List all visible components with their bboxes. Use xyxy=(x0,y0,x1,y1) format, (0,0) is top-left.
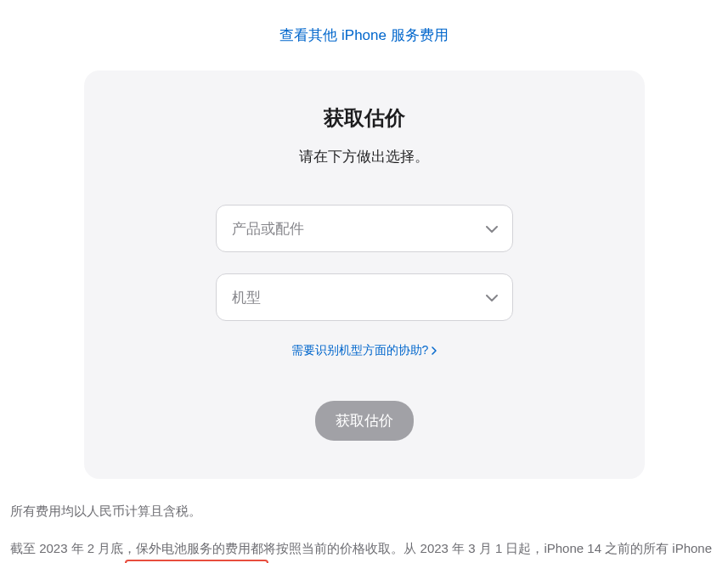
help-link-container: 需要识别机型方面的协助? xyxy=(110,342,619,358)
select-product-placeholder: 产品或配件 xyxy=(232,219,304,239)
button-container: 获取估价 xyxy=(110,401,619,441)
footer-price-note: 截至 2023 年 2 月底，保外电池服务的费用都将按照当前的价格收取。从 20… xyxy=(10,538,718,564)
top-link-container: 查看其他 iPhone 服务费用 xyxy=(0,0,728,70)
card-title: 获取估价 xyxy=(110,104,619,132)
get-estimate-button[interactable]: 获取估价 xyxy=(315,401,414,441)
select-product-wrap: 产品或配件 xyxy=(216,205,513,252)
select-model-wrap: 机型 xyxy=(216,273,513,321)
select-model-placeholder: 机型 xyxy=(232,288,261,307)
footer-price-highlight: 费用将增加 RMB 169。 xyxy=(125,560,268,563)
estimate-card: 获取估价 请在下方做出选择。 产品或配件 机型 需要识别机型方面的协助? 获取估… xyxy=(84,70,645,479)
footer-price-note-pre: 截至 2023 年 2 月底，保外电池服务的费用都将按照当前的价格收取。从 20… xyxy=(10,541,712,564)
footer-text: 所有费用均以人民币计算且含税。 截至 2023 年 2 月底，保外电池服务的费用… xyxy=(0,479,728,563)
card-subtitle: 请在下方做出选择。 xyxy=(110,147,619,166)
footer-currency-note: 所有费用均以人民币计算且含税。 xyxy=(10,500,718,522)
other-services-link[interactable]: 查看其他 iPhone 服务费用 xyxy=(279,27,448,43)
help-link-label: 需要识别机型方面的协助? xyxy=(291,343,429,358)
select-product[interactable]: 产品或配件 xyxy=(216,205,513,252)
select-model[interactable]: 机型 xyxy=(216,273,513,321)
chevron-right-icon xyxy=(432,344,437,358)
identify-model-help-link[interactable]: 需要识别机型方面的协助? xyxy=(291,343,437,358)
